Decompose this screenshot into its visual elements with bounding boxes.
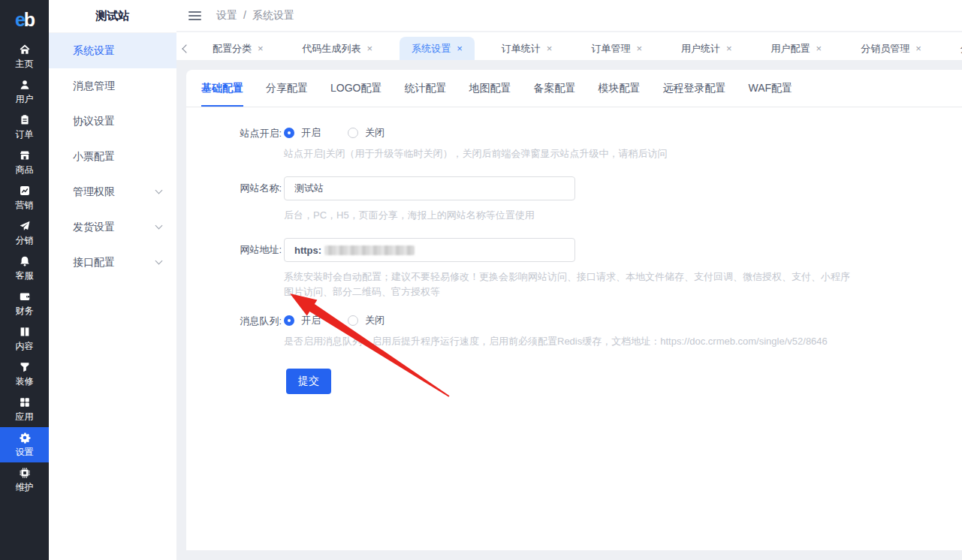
field-label: 消息队列:	[186, 315, 284, 349]
settings-tab-basic[interactable]: 基础配置	[201, 70, 243, 107]
settings-tab-label: 统计配置	[404, 82, 446, 95]
tabs-scroll-left-button[interactable]	[176, 37, 193, 60]
menu-label: 消息管理	[73, 80, 115, 93]
nav-item-decorate[interactable]: 装修	[0, 357, 49, 392]
home-icon	[19, 44, 31, 56]
submit-button[interactable]: 提交	[286, 369, 331, 394]
close-icon[interactable]: ×	[457, 43, 463, 54]
nav-label: 维护	[16, 481, 34, 494]
site-status-off-radio[interactable]	[348, 128, 358, 138]
field-hint: 站点开启|关闭（用于升级等临时关闭），关闭后前端会弹窗显示站点升级中，请稍后访问	[284, 146, 667, 161]
nav-label: 设置	[16, 446, 34, 459]
tab-label: 配置分类	[213, 42, 252, 56]
service-icon	[19, 255, 31, 267]
nav-item-marketing[interactable]: 营销	[0, 180, 49, 215]
settings-tab-remote-login[interactable]: 远程登录配置	[662, 70, 725, 107]
close-icon[interactable]: ×	[636, 43, 642, 54]
site-name-input[interactable]	[284, 176, 575, 200]
brand-logo[interactable]: eb	[0, 0, 49, 39]
close-icon[interactable]: ×	[547, 43, 553, 54]
tab-label: 系统设置	[412, 42, 451, 56]
order-icon	[19, 114, 31, 126]
close-icon[interactable]: ×	[367, 43, 373, 54]
tab-user-stats[interactable]: 用户统计×	[669, 37, 744, 60]
site-status-on-radio[interactable]	[284, 128, 294, 138]
nav-item-service[interactable]: 客服	[0, 251, 49, 286]
close-icon[interactable]: ×	[816, 43, 822, 54]
settings-tab-logo[interactable]: LOGO配置	[330, 70, 381, 107]
tab-distributor-manage[interactable]: 分销员管理×	[849, 37, 933, 60]
radio-label[interactable]: 开启	[301, 314, 321, 327]
field-hint: 系统安装时会自动配置；建议不要轻易修改！更换会影响网站访问、接口请求、本地文件储…	[284, 269, 853, 300]
basic-config-form: 站点开启: 开启 关闭 站点开启|关闭（用于升级等临时关闭），关闭后前端会弹窗显…	[186, 107, 962, 394]
radio-label[interactable]: 开启	[301, 126, 321, 140]
nav-label: 应用	[16, 411, 34, 423]
settings-tab-label: 远程登录配置	[662, 82, 725, 95]
close-icon[interactable]: ×	[726, 43, 732, 54]
settings-tab-stats[interactable]: 统计配置	[404, 70, 446, 107]
menu-item-system-settings[interactable]: 系统设置	[49, 33, 176, 68]
nav-label: 财务	[16, 305, 34, 318]
settings-tab-label: 基础配置	[201, 82, 243, 95]
form-row-message-queue: 消息队列: 开启 关闭 是否启用消息队列，启用后提升程序运行速度，启用前必须配置…	[186, 315, 962, 349]
collapse-menu-icon[interactable]	[188, 11, 201, 20]
settings-tab-label: 模块配置	[598, 82, 640, 95]
menu-item-message[interactable]: 消息管理	[49, 68, 176, 104]
settings-tab-module[interactable]: 模块配置	[598, 70, 640, 107]
tab-user-config[interactable]: 用户配置×	[759, 37, 834, 60]
settings-tab-label: 备案配置	[533, 82, 575, 95]
settings-tab-icp[interactable]: 备案配置	[533, 70, 575, 107]
nav-item-goods[interactable]: 商品	[0, 145, 49, 180]
settings-tab-map[interactable]: 地图配置	[469, 70, 511, 107]
close-icon[interactable]: ×	[258, 43, 264, 54]
menu-item-agreement[interactable]: 协议设置	[49, 104, 176, 139]
settings-tabs: 基础配置 分享配置 LOGO配置 统计配置 地图配置 备案配置 模块配置 远程登…	[186, 70, 962, 107]
nav-item-distribution[interactable]: 分销	[0, 215, 49, 251]
nav-item-finance[interactable]: 财务	[0, 286, 49, 321]
settings-tab-label: 分享配置	[266, 82, 308, 95]
user-icon	[19, 79, 31, 91]
settings-tab-label: WAF配置	[748, 82, 792, 95]
message-queue-off-radio[interactable]	[348, 315, 358, 326]
nav-label: 主页	[16, 58, 34, 71]
tab-code-gen-list[interactable]: 代码生成列表×	[291, 37, 385, 60]
tab-distribution-config[interactable]: 分销配置×	[948, 37, 962, 60]
chevron-down-icon	[155, 257, 163, 265]
nav-item-maintain[interactable]: 维护	[0, 462, 49, 498]
message-queue-on-radio[interactable]	[284, 315, 294, 326]
close-icon[interactable]: ×	[915, 43, 921, 54]
tab-system-settings[interactable]: 系统设置×	[400, 37, 475, 60]
tab-order-stats[interactable]: 订单统计×	[490, 37, 565, 60]
radio-label[interactable]: 关闭	[365, 314, 384, 327]
top-header: 设置 / 系统设置	[176, 0, 962, 32]
menu-item-shipping[interactable]: 发货设置	[49, 209, 176, 245]
content-icon	[19, 326, 31, 338]
nav-item-home[interactable]: 主页	[0, 39, 49, 74]
tab-config-category[interactable]: 配置分类×	[201, 37, 276, 60]
settings-tab-waf[interactable]: WAF配置	[748, 70, 792, 107]
menu-item-admin-permission[interactable]: 管理权限	[49, 174, 176, 209]
nav-label: 营销	[16, 199, 34, 212]
site-url-input[interactable]: https:	[284, 238, 575, 262]
nav-item-user[interactable]: 用户	[0, 74, 49, 110]
content-card: 基础配置 分享配置 LOGO配置 统计配置 地图配置 备案配置 模块配置 远程登…	[186, 70, 962, 550]
breadcrumb-root[interactable]: 设置	[216, 9, 237, 23]
nav-item-settings[interactable]: 设置	[0, 427, 49, 462]
menu-item-api-config[interactable]: 接口配置	[49, 245, 176, 280]
menu-item-receipt[interactable]: 小票配置	[49, 139, 176, 174]
decorate-icon	[19, 361, 31, 373]
settings-tab-label: 地图配置	[469, 82, 511, 95]
settings-tab-share[interactable]: 分享配置	[266, 70, 308, 107]
breadcrumb-current: 系统设置	[252, 9, 294, 23]
nav-item-app[interactable]: 应用	[0, 392, 49, 427]
nav-item-content[interactable]: 内容	[0, 321, 49, 357]
tab-order-manage[interactable]: 订单管理×	[579, 37, 654, 60]
field-hint: 是否启用消息队列，启用后提升程序运行速度，启用前必须配置Redis缓存，文档地址…	[284, 334, 828, 349]
radio-label[interactable]: 关闭	[365, 126, 384, 140]
url-prefix: https:	[294, 245, 321, 256]
nav-item-order[interactable]: 订单	[0, 110, 49, 145]
tab-label: 分销员管理	[861, 42, 909, 56]
nav-label: 内容	[16, 340, 34, 353]
menu-label: 接口配置	[73, 256, 115, 269]
primary-sidebar: eb 主页 用户 订单 商品 营销 分销 客服 财务 内容 装修 应	[0, 0, 49, 560]
